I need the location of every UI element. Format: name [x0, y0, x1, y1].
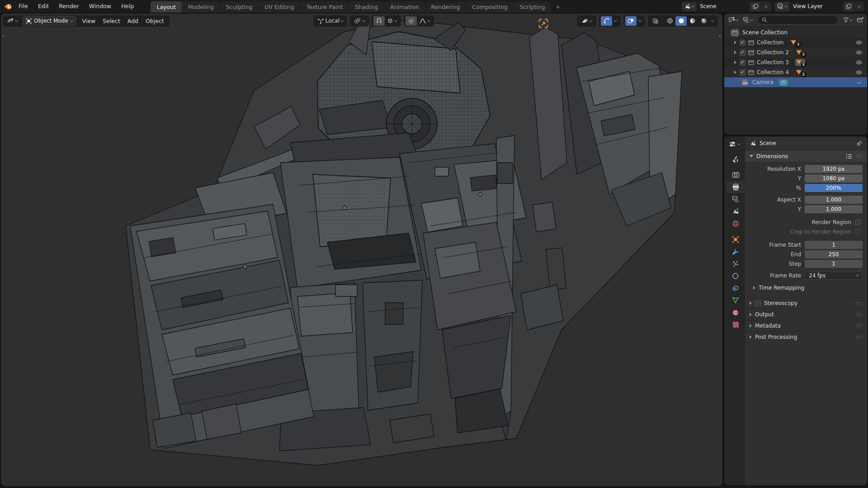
scene-name-field[interactable]: Scene [696, 2, 750, 11]
shading-wireframe-button[interactable] [664, 16, 675, 26]
mode-selector[interactable]: Object Mode [23, 16, 76, 26]
properties-editor-type-button[interactable] [724, 138, 745, 150]
tab-texture-paint[interactable]: Texture Paint [300, 1, 349, 13]
tab-object-properties[interactable] [726, 233, 745, 245]
outliner-row-camera[interactable]: Camera [724, 77, 867, 87]
presets-menu-icon[interactable] [846, 154, 852, 159]
frame-end-field[interactable]: 250 [805, 250, 863, 258]
collection-checkbox[interactable]: ✓ [740, 40, 745, 46]
gizmos-toggle[interactable] [601, 16, 612, 26]
panel-grip-icon[interactable] [855, 301, 863, 305]
show-object-types-dropdown[interactable] [579, 16, 594, 26]
tab-material-properties[interactable] [726, 306, 745, 319]
tab-modeling[interactable]: Modeling [182, 1, 220, 13]
panel-grip-icon[interactable] [855, 155, 863, 158]
viewport-menu-add[interactable]: Add [124, 18, 142, 24]
viewport-menu-view[interactable]: View [79, 18, 99, 24]
outliner-row-collection-3[interactable]: ✓ Collection 3 8 [724, 57, 867, 67]
panel-grip-icon[interactable] [855, 335, 863, 339]
tab-constraint-properties[interactable] [726, 282, 745, 294]
menu-window[interactable]: Window [84, 1, 116, 12]
tab-rendering[interactable]: Rendering [425, 1, 466, 13]
shading-material-button[interactable] [687, 16, 698, 26]
tab-texture-properties[interactable] [726, 319, 745, 331]
subpanel-time-remapping[interactable]: Time Remapping [747, 283, 864, 293]
panel-grip-icon[interactable] [855, 324, 863, 328]
collection-checkbox[interactable]: ✓ [740, 70, 745, 75]
proportional-editing-toggle[interactable] [406, 16, 417, 26]
hide-in-viewport-toggle[interactable] [855, 40, 863, 45]
xray-toggle[interactable] [650, 16, 661, 26]
frame-step-field[interactable]: 1 [805, 260, 863, 268]
menu-file[interactable]: File [14, 1, 33, 12]
outliner-row-collection-1[interactable]: ✓ Collection 9 [724, 38, 867, 47]
hide-in-viewport-toggle[interactable] [855, 50, 863, 55]
overlays-toggle[interactable] [625, 16, 637, 26]
shading-dropdown[interactable] [709, 16, 716, 26]
editor-type-button[interactable] [5, 16, 20, 26]
tab-particle-properties[interactable] [726, 258, 745, 270]
tab-uv-editing[interactable]: UV Editing [259, 1, 300, 13]
panel-grip-icon[interactable] [855, 313, 863, 316]
pin-icon[interactable] [856, 140, 863, 146]
pivot-point-dropdown[interactable] [352, 16, 367, 26]
frame-start-field[interactable]: 1 [805, 241, 863, 249]
disclosure-triangle-icon[interactable] [734, 61, 736, 64]
resolution-y-field[interactable]: 1080 px [805, 174, 863, 183]
snap-toggle[interactable] [373, 16, 385, 26]
tab-modifier-properties[interactable] [726, 245, 745, 258]
outliner-row-scene-collection[interactable]: Scene Collection [724, 28, 867, 38]
viewport-menu-object[interactable]: Object [142, 18, 168, 24]
render-region-checkbox[interactable] [855, 219, 861, 225]
unlink-scene-button[interactable]: × [760, 2, 771, 11]
blender-logo-icon[interactable] [2, 1, 14, 11]
disclosure-triangle-icon[interactable] [734, 41, 736, 44]
tab-physics-properties[interactable] [726, 270, 745, 282]
remove-view-layer-button[interactable]: × [854, 2, 864, 11]
tab-object-data-properties[interactable] [726, 294, 745, 306]
collection-checkbox[interactable]: ✓ [740, 50, 745, 56]
viewport-menu-select[interactable]: Select [99, 18, 124, 24]
frame-rate-dropdown[interactable]: 24 fps [805, 272, 863, 280]
tab-sculpting[interactable]: Sculpting [220, 1, 258, 13]
panel-stereoscopy[interactable]: Stereoscopy [745, 297, 867, 309]
disclosure-triangle-icon[interactable] [734, 51, 736, 54]
sidebar-expand-toggle[interactable]: ‹ [719, 33, 721, 39]
menu-help[interactable]: Help [116, 1, 139, 12]
tab-render-properties[interactable] [726, 169, 745, 181]
outliner-editor-type-button[interactable] [726, 15, 740, 25]
gizmos-dropdown[interactable] [612, 16, 619, 26]
tab-animation[interactable]: Animation [384, 1, 425, 13]
snap-settings-dropdown[interactable] [385, 16, 399, 26]
new-scene-button[interactable] [750, 2, 760, 11]
scene-browse-button[interactable] [682, 2, 696, 11]
tab-layout[interactable]: Layout [151, 1, 182, 13]
resolution-percent-slider[interactable]: 200% [805, 184, 863, 192]
outliner-display-mode-button[interactable] [741, 15, 754, 25]
tab-tool-properties[interactable] [726, 153, 745, 165]
menu-render[interactable]: Render [54, 1, 84, 12]
tab-world-properties[interactable] [726, 217, 745, 230]
new-collection-button[interactable] [855, 15, 865, 25]
proportional-falloff-dropdown[interactable] [417, 16, 432, 26]
aspect-y-field[interactable]: 1.000 [805, 205, 863, 213]
panel-post-processing[interactable]: Post Processing [745, 331, 867, 343]
tab-compositing[interactable]: Compositing [466, 1, 513, 13]
transform-orientation-dropdown[interactable]: Local [315, 16, 345, 26]
outliner-row-collection-2[interactable]: ✓ Collection 2 9 [724, 47, 867, 57]
camera-data-icon[interactable] [779, 80, 788, 85]
outliner-filter-button[interactable] [842, 15, 854, 25]
tab-scene-properties[interactable] [726, 205, 745, 217]
toolbar-expand-toggle[interactable]: › [2, 33, 5, 39]
shading-solid-button[interactable] [675, 16, 687, 26]
disclosure-triangle-icon[interactable] [734, 70, 736, 74]
panel-metadata[interactable]: Metadata [745, 320, 867, 331]
overlays-dropdown[interactable] [637, 16, 643, 26]
3d-viewport[interactable]: Object Mode View Select Add Object Loc [1, 14, 722, 486]
menu-edit[interactable]: Edit [33, 1, 54, 12]
tab-output-properties[interactable] [726, 181, 745, 193]
stereoscopy-checkbox[interactable] [755, 300, 761, 306]
shading-rendered-button[interactable] [698, 16, 709, 26]
tab-scripting[interactable]: Scripting [514, 1, 551, 13]
tab-shading[interactable]: Shading [349, 1, 384, 13]
